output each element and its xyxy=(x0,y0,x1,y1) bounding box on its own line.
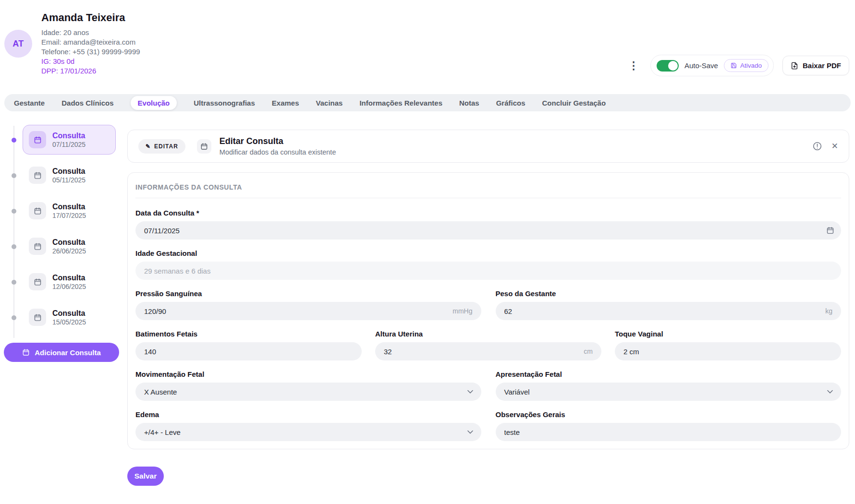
autosave-toggle[interactable] xyxy=(657,60,679,72)
autosave-label: Auto-Save xyxy=(684,61,718,70)
timeline-dot xyxy=(12,280,16,285)
chevron-down-icon xyxy=(827,390,833,394)
panel-subtitle: Modificar dados da consulta existente xyxy=(220,148,336,156)
consulta-item-3[interactable]: Consulta 26/06/2025 xyxy=(23,231,116,261)
altura-uterina-input[interactable] xyxy=(375,342,601,360)
consulta-title: Consulta xyxy=(52,273,86,282)
toggle-knob xyxy=(668,61,678,71)
autosave-status-text: Ativado xyxy=(740,62,762,69)
consulta-item-4[interactable]: Consulta 12/06/2025 xyxy=(23,267,116,297)
unit-kg: kg xyxy=(825,307,832,315)
calendar-icon xyxy=(197,139,211,154)
batimentos-fetais-label: Batimentos Fetais xyxy=(135,330,362,338)
peso-gestante-label: Peso da Gestante xyxy=(496,289,842,298)
movimentacao-fetal-select[interactable]: X Ausente xyxy=(135,383,481,401)
avatar: AT xyxy=(4,30,32,58)
edema-label: Edema xyxy=(135,410,481,419)
consulta-date: 07/11/2025 xyxy=(52,140,86,149)
file-download-icon xyxy=(791,62,798,70)
consulta-title: Consulta xyxy=(52,202,86,211)
consulta-item-2[interactable]: Consulta 17/07/2025 xyxy=(23,196,116,226)
observacoes-gerais-input[interactable] xyxy=(496,423,842,441)
section-title: INFORMAÇÕES DA CONSULTA xyxy=(135,181,841,198)
toque-vaginal-label: Toque Vaginal xyxy=(615,330,841,338)
calendar-icon xyxy=(29,131,46,148)
tab-gestante[interactable]: Gestante xyxy=(14,99,45,107)
patient-email: Email: amanda@teixeira.com xyxy=(41,37,140,47)
calendar-icon xyxy=(22,348,30,356)
save-button[interactable]: Salvar xyxy=(127,467,164,486)
unit-cm: cm xyxy=(584,348,593,355)
edema-select[interactable]: +/4+ - Leve xyxy=(135,423,481,441)
edema-value: +/4+ - Leve xyxy=(144,428,181,436)
patient-info: Amanda Teixeira Idade: 20 anos Email: am… xyxy=(41,12,140,76)
consulta-date: 17/07/2025 xyxy=(52,211,86,220)
observacoes-gerais-label: Observações Gerais xyxy=(496,410,842,419)
consulta-date: 05/11/2025 xyxy=(52,176,86,184)
movimentacao-fetal-label: Movimentação Fetal xyxy=(135,370,481,378)
patient-dpp: DPP: 17/01/2026 xyxy=(41,66,140,76)
calendar-icon xyxy=(29,309,46,326)
consulta-item-1[interactable]: Consulta 05/11/2025 xyxy=(23,160,116,190)
add-consulta-label: Adicionar Consulta xyxy=(35,348,101,357)
tab-ultrassonografias[interactable]: Ultrassonografias xyxy=(194,99,255,107)
timeline-dot xyxy=(12,315,16,320)
autosave-group: Auto-Save Ativado xyxy=(650,55,774,76)
pencil-icon: ✎ xyxy=(146,143,151,150)
consulta-item-5[interactable]: Consulta 15/05/2025 xyxy=(23,302,116,332)
editar-badge: ✎ EDITAR xyxy=(138,139,185,154)
apresentacao-fetal-value: Variável xyxy=(504,388,530,396)
timeline-dot xyxy=(12,138,16,143)
calendar-icon[interactable] xyxy=(826,227,834,235)
tab-dados-clinicos[interactable]: Dados Clínicos xyxy=(61,99,113,107)
timeline-dot xyxy=(12,244,16,249)
tab-concluir-gestacao[interactable]: Concluir Gestação xyxy=(542,99,606,107)
idade-gestacional-input[interactable] xyxy=(135,262,841,280)
peso-gestante-input[interactable] xyxy=(496,302,842,320)
tab-graficos[interactable]: Gráficos xyxy=(496,99,525,107)
consulta-form: INFORMAÇÕES DA CONSULTA Data da Consulta… xyxy=(127,172,849,449)
close-icon[interactable]: ✕ xyxy=(831,141,838,151)
apresentacao-fetal-label: Apresentação Fetal xyxy=(496,370,842,378)
pressao-sanguinea-label: Pressão Sanguínea xyxy=(135,289,481,298)
header-controls: ⋮ Auto-Save Ativado Baixar PDF xyxy=(625,55,849,76)
patient-phone: Telefone: +55 (31) 99999-9999 xyxy=(41,47,140,57)
add-consulta-button[interactable]: Adicionar Consulta xyxy=(4,343,119,362)
data-consulta-label: Data da Consulta * xyxy=(135,209,841,217)
download-pdf-button[interactable]: Baixar PDF xyxy=(782,56,849,75)
calendar-icon xyxy=(29,202,46,219)
tab-bar: Gestante Dados Clínicos Evolução Ultrass… xyxy=(4,94,851,111)
tab-informacoes-relevantes[interactable]: Informações Relevantes xyxy=(359,99,442,107)
calendar-icon xyxy=(29,238,46,255)
download-pdf-label: Baixar PDF xyxy=(803,61,841,70)
consulta-list: Consulta 07/11/2025 Consulta 05/11/2025 … xyxy=(23,125,116,338)
batimentos-fetais-input[interactable] xyxy=(135,342,362,360)
patient-ig: IG: 30s 0d xyxy=(41,57,140,66)
timeline-line xyxy=(13,126,14,338)
calendar-icon xyxy=(29,273,46,290)
timeline-dot xyxy=(12,209,16,214)
consulta-item-0[interactable]: Consulta 07/11/2025 xyxy=(23,125,116,155)
patient-age: Idade: 20 anos xyxy=(41,28,140,37)
idade-gestacional-label: Idade Gestacional xyxy=(135,249,841,257)
tab-notas[interactable]: Notas xyxy=(459,99,479,107)
save-icon xyxy=(731,62,737,69)
data-consulta-input[interactable] xyxy=(135,221,841,240)
tab-evolucao[interactable]: Evolução xyxy=(131,96,177,110)
calendar-icon xyxy=(29,167,46,184)
panel-title: Editar Consulta xyxy=(220,136,336,146)
consulta-title: Consulta xyxy=(52,167,86,176)
consulta-title: Consulta xyxy=(52,131,86,140)
consulta-title: Consulta xyxy=(52,238,86,247)
consulta-date: 12/06/2025 xyxy=(52,282,86,291)
apresentacao-fetal-select[interactable]: Variável xyxy=(496,383,842,401)
kebab-menu-icon[interactable]: ⋮ xyxy=(625,59,642,73)
info-icon[interactable] xyxy=(813,142,822,151)
panel-header: ✎ EDITAR Editar Consulta Modificar dados… xyxy=(127,130,849,163)
tab-vacinas[interactable]: Vacinas xyxy=(316,99,343,107)
toque-vaginal-input[interactable] xyxy=(615,342,841,360)
autosave-status-badge: Ativado xyxy=(724,59,769,72)
tab-exames[interactable]: Exames xyxy=(272,99,299,107)
chevron-down-icon xyxy=(467,390,473,394)
pressao-sanguinea-input[interactable] xyxy=(135,302,481,320)
